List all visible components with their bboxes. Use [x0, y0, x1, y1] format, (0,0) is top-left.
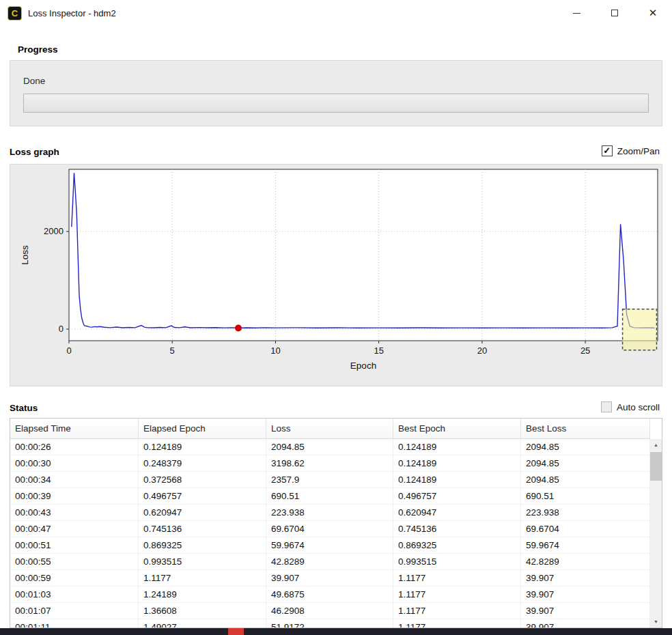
table-cell: 1.1177 [139, 570, 266, 586]
table-cell: 39.907 [521, 570, 650, 586]
maximize-button[interactable] [596, 0, 634, 26]
table-cell: 69.6704 [266, 521, 393, 537]
scrollbar-thumb[interactable] [650, 452, 662, 481]
table-cell: 0.993515 [393, 554, 521, 569]
table-cell: 2094.85 [521, 472, 650, 488]
table-cell: 00:00:39 [10, 488, 139, 504]
table-cell: 00:01:07 [10, 603, 139, 619]
table-cell: 0.124189 [393, 455, 521, 471]
table-cell: 00:00:26 [10, 439, 139, 455]
table-row[interactable]: 00:00:30 0.248379 3198.62 0.124189 2094.… [10, 455, 650, 472]
loss-chart[interactable]: 051015202502000EpochLoss [10, 165, 662, 386]
table-row[interactable]: 00:00:47 0.745136 69.6704 0.745136 69.67… [10, 521, 650, 537]
column-header[interactable]: Elapsed Epoch [139, 419, 266, 438]
table-cell: 0.745136 [139, 521, 266, 537]
table-cell: 1.1177 [393, 619, 521, 628]
status-table: Elapsed TimeElapsed EpochLossBest EpochB… [10, 418, 662, 628]
checkmark-icon: ✓ [603, 145, 611, 156]
table-cell: 2094.85 [266, 439, 393, 455]
table-cell: 223.938 [521, 505, 650, 520]
app-logo-icon: C [8, 6, 22, 20]
table-cell: 00:00:51 [10, 537, 139, 553]
table-row[interactable]: 00:01:03 1.24189 49.6875 1.1177 39.907 [10, 587, 650, 603]
table-cell: 39.907 [521, 619, 650, 628]
table-cell: 690.51 [266, 488, 393, 504]
table-cell: 00:01:11 [10, 619, 139, 628]
table-cell: 1.1177 [393, 570, 521, 586]
status-heading: Status [10, 403, 38, 413]
zoom-pan-label: Zoom/Pan [617, 146, 660, 156]
table-row[interactable]: 00:00:39 0.496757 690.51 0.496757 690.51 [10, 488, 650, 505]
column-header[interactable]: Best Loss [521, 419, 650, 438]
table-cell: 0.620947 [393, 505, 521, 520]
table-cell: 46.2908 [266, 603, 393, 619]
table-cell: 42.8289 [521, 554, 650, 569]
table-row[interactable]: 00:00:26 0.124189 2094.85 0.124189 2094.… [10, 439, 650, 455]
column-header[interactable]: Best Epoch [393, 419, 521, 438]
table-cell: 0.124189 [393, 472, 521, 488]
progress-done-label: Done [23, 76, 45, 86]
table-cell: 00:01:03 [10, 587, 139, 602]
x-tick-label: 15 [374, 345, 383, 356]
x-axis-label: Epoch [350, 361, 376, 371]
table-cell: 0.372568 [139, 472, 266, 488]
table-cell: 0.496757 [139, 488, 266, 504]
table-body: 00:00:26 0.124189 2094.85 0.124189 2094.… [10, 439, 650, 628]
table-cell: 0.869325 [139, 537, 266, 553]
table-cell: 00:00:59 [10, 570, 139, 586]
close-button[interactable]: ✕ [634, 0, 672, 26]
table-cell: 0.248379 [139, 455, 266, 471]
minimize-button[interactable] [557, 0, 596, 26]
window-title: Loss Inspector - hdm2 [28, 8, 116, 18]
table-cell: 59.9674 [521, 537, 650, 553]
table-cell: 0.496757 [393, 488, 521, 504]
table-row[interactable]: 00:00:59 1.1177 39.907 1.1177 39.907 [10, 570, 650, 587]
table-cell: 0.745136 [393, 521, 521, 537]
table-row[interactable]: 00:00:43 0.620947 223.938 0.620947 223.9… [10, 505, 650, 521]
loss-graph-panel: 051015202502000EpochLoss [10, 164, 662, 386]
table-cell: 0.993515 [139, 554, 266, 569]
table-cell: 49.6875 [266, 587, 393, 602]
table-cell: 0.124189 [393, 439, 521, 455]
table-cell: 00:00:43 [10, 505, 139, 520]
table-row[interactable]: 00:01:07 1.36608 46.2908 1.1177 39.907 [10, 603, 650, 619]
table-row[interactable]: 00:00:51 0.869325 59.9674 0.869325 59.96… [10, 537, 650, 554]
column-header[interactable]: Loss [266, 419, 393, 438]
table-cell: 42.8289 [266, 554, 393, 569]
scroll-down-icon[interactable]: ▼ [650, 616, 662, 627]
table-row[interactable]: 00:00:55 0.993515 42.8289 0.993515 42.82… [10, 554, 650, 570]
close-icon: ✕ [649, 7, 658, 19]
x-tick-label: 20 [477, 345, 487, 356]
table-cell: 2094.85 [521, 455, 650, 471]
table-cell: 0.869325 [393, 537, 521, 553]
table-cell: 1.36608 [139, 603, 266, 619]
table-cell: 2357.9 [266, 472, 393, 488]
auto-scroll-checkbox[interactable]: Auto scroll [601, 401, 660, 412]
table-cell: 00:00:47 [10, 521, 139, 537]
auto-scroll-checkbox-box [601, 401, 612, 412]
zoom-selection-box[interactable] [623, 309, 657, 350]
scroll-up-icon[interactable]: ▲ [650, 439, 662, 451]
table-cell: 223.938 [266, 505, 393, 520]
table-cell: 1.24189 [139, 587, 266, 602]
plot-area[interactable] [69, 169, 658, 341]
table-header-row: Elapsed TimeElapsed EpochLossBest EpochB… [10, 419, 650, 439]
vertical-scrollbar[interactable]: ▲ ▼ [650, 439, 662, 627]
table-cell: 39.907 [521, 587, 650, 602]
zoom-pan-checkbox[interactable]: ✓ Zoom/Pan [602, 145, 660, 156]
table-row[interactable]: 00:00:34 0.372568 2357.9 0.124189 2094.8… [10, 472, 650, 488]
y-tick-label: 2000 [44, 226, 64, 236]
table-cell: 51.9172 [266, 619, 393, 628]
x-tick-label: 25 [580, 345, 590, 356]
progress-panel: Done [10, 60, 662, 126]
loss-graph-heading: Loss graph [10, 147, 59, 157]
column-header[interactable]: Elapsed Time [10, 419, 139, 438]
progress-bar [23, 94, 649, 113]
progress-heading: Progress [18, 44, 58, 55]
y-tick-label: 0 [59, 324, 64, 334]
x-tick-label: 0 [66, 345, 71, 356]
table-row[interactable]: 00:01:11 1.49027 51.9172 1.1177 39.907 [10, 619, 650, 628]
table-cell: 00:00:55 [10, 554, 139, 569]
table-cell: 1.1177 [393, 603, 521, 619]
table-cell: 59.9674 [266, 537, 393, 553]
